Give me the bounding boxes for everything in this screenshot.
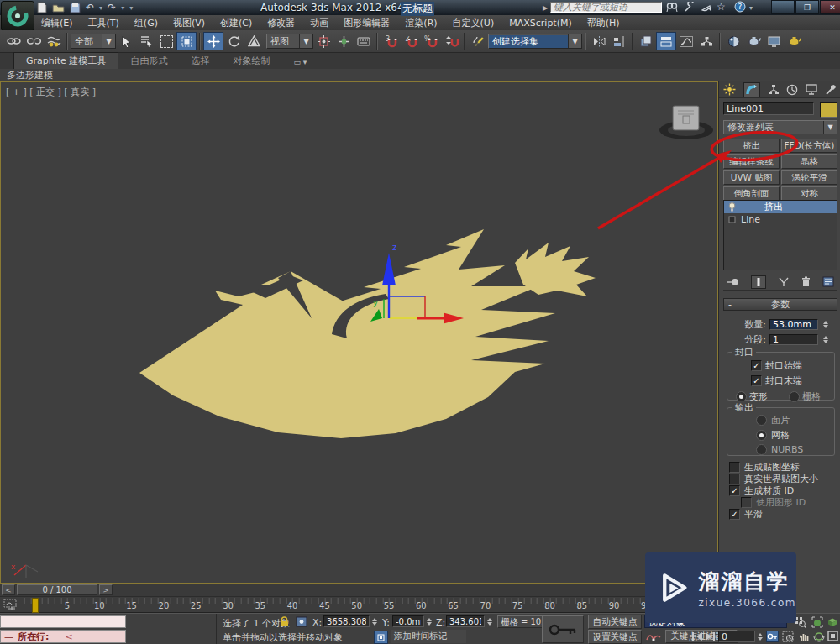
align-icon[interactable] <box>609 32 629 50</box>
reference-coordinate-dropdown[interactable]: 视图▼ <box>266 34 313 49</box>
nurbs-radio[interactable] <box>756 444 767 455</box>
material-editor-icon[interactable] <box>723 32 743 50</box>
select-and-rotate-icon[interactable] <box>223 32 244 50</box>
select-and-link-icon[interactable] <box>3 32 24 50</box>
help-icon[interactable]: ? <box>734 1 746 13</box>
search-input[interactable] <box>550 2 662 13</box>
undo-dropdown-icon[interactable]: ▾ <box>99 4 102 12</box>
menu-item[interactable]: 自定义(U) <box>445 15 502 31</box>
spinner-snap-toggle-icon[interactable] <box>441 32 461 50</box>
add-time-tag-button[interactable]: 添加时间标记 <box>391 630 466 643</box>
time-slider-track[interactable]: < 0 / 100 > <box>0 584 718 597</box>
select-and-move-icon[interactable] <box>203 32 223 50</box>
menu-item[interactable]: 图形编辑器 <box>336 15 397 31</box>
close-button[interactable]: ✕ <box>820 0 840 14</box>
rectangular-selection-region-icon[interactable] <box>156 32 176 50</box>
y-coord-spinner[interactable] <box>425 615 433 627</box>
maxscript-listener-input[interactable] <box>0 615 126 628</box>
modifier-button[interactable]: 对称 <box>781 186 837 201</box>
menu-item[interactable]: MAXScript(M) <box>501 16 580 30</box>
select-object-icon[interactable] <box>116 32 136 50</box>
stack-item-extrude[interactable]: 挤出 <box>724 201 837 213</box>
snaps-toggle-icon[interactable]: 3 <box>381 32 401 50</box>
mirror-icon[interactable] <box>589 32 609 50</box>
search-flyout-icon[interactable]: ▶ <box>543 4 548 12</box>
keyboard-shortcut-override-icon[interactable] <box>354 32 374 50</box>
amount-field[interactable] <box>769 319 818 330</box>
utilities-tab-icon[interactable] <box>825 84 837 96</box>
isolate-selection-icon[interactable] <box>374 631 388 644</box>
menu-item[interactable]: 视图(V) <box>165 15 213 31</box>
spline-object[interactable] <box>139 229 596 438</box>
time-slider-handle[interactable]: 0 / 100 <box>17 584 97 595</box>
modifier-button[interactable]: 编辑样条线 <box>723 154 780 169</box>
bind-to-space-warp-icon[interactable] <box>44 32 64 50</box>
menu-item[interactable]: 动画 <box>302 15 336 31</box>
z-coord-spinner[interactable] <box>486 615 494 627</box>
cap-end-checkbox[interactable]: ✓ <box>751 375 762 386</box>
save-icon[interactable] <box>70 3 81 13</box>
subscription-center-icon[interactable] <box>701 2 711 13</box>
show-end-result-icon[interactable] <box>751 275 766 289</box>
viewport[interactable]: [ + ] [ 正交 ] [ 真实 ] <box>0 81 718 584</box>
selection-lock-icon[interactable] <box>279 616 290 627</box>
modify-tab-icon[interactable] <box>743 82 760 97</box>
segments-spinner[interactable] <box>822 336 830 343</box>
track-bar[interactable]: 5101520253035404550556065707580859095 <box>0 597 718 613</box>
app-logo-button[interactable] <box>1 1 34 31</box>
modifier-button[interactable]: FFD(长方体) <box>781 139 837 153</box>
param-checkbox[interactable] <box>741 497 752 508</box>
go-to-end-icon[interactable] <box>704 632 716 641</box>
maximize-button[interactable]: ❐ <box>795 0 819 14</box>
graphite-ribbon-toggle-icon[interactable] <box>656 32 676 50</box>
param-checkbox[interactable]: ✓ <box>729 509 740 520</box>
menu-item[interactable]: 渲染(R) <box>397 15 444 31</box>
create-tab-icon[interactable] <box>723 83 736 96</box>
pan-hand-icon[interactable] <box>799 631 811 642</box>
x-coord-spinner[interactable] <box>370 615 379 627</box>
patch-radio[interactable] <box>756 415 767 426</box>
modifier-button[interactable]: 倒角剖面 <box>723 186 780 201</box>
select-and-scale-icon[interactable] <box>244 32 264 50</box>
help-dropdown-icon[interactable]: ▾ <box>749 4 753 12</box>
favorites-star-icon[interactable]: ☆ <box>717 1 726 13</box>
search-icon[interactable] <box>666 2 678 13</box>
ribbon-tab-freeform[interactable]: 自由形式 <box>118 53 179 69</box>
display-tab-icon[interactable] <box>806 84 817 95</box>
pin-stack-icon[interactable] <box>727 277 739 287</box>
ribbon-subtab-polymodeling[interactable]: 多边形建模 <box>7 69 53 81</box>
undo-icon[interactable]: ↶ <box>86 2 94 13</box>
modifier-button[interactable]: 晶格 <box>781 154 837 169</box>
render-production-icon[interactable] <box>784 32 804 50</box>
segments-field[interactable] <box>769 334 818 345</box>
open-file-icon[interactable] <box>52 3 65 13</box>
use-pivot-center-icon[interactable] <box>313 32 333 50</box>
object-color-swatch[interactable] <box>820 102 837 118</box>
unlink-selection-icon[interactable] <box>24 32 44 50</box>
next-frame-button[interactable]: > <box>99 584 113 595</box>
param-checkbox[interactable]: ✓ <box>729 485 740 496</box>
modifier-button[interactable]: 涡轮平滑 <box>781 170 837 185</box>
zoom-extents-all-icon[interactable] <box>827 616 838 628</box>
amount-spinner[interactable] <box>822 321 830 328</box>
new-key-curve-icon[interactable] <box>646 631 661 641</box>
menu-item[interactable]: 帮助(H) <box>580 15 627 31</box>
param-checkbox[interactable] <box>729 474 740 484</box>
make-unique-icon[interactable] <box>778 277 790 287</box>
key-mode-toggle-icon[interactable] <box>766 631 779 642</box>
set-key-button[interactable]: 设置关键点 <box>588 630 642 644</box>
percent-snap-toggle-icon[interactable]: % <box>421 32 441 50</box>
zoom-extents-icon[interactable] <box>811 616 823 628</box>
select-and-manipulate-icon[interactable] <box>333 32 354 50</box>
previous-frame-button[interactable]: < <box>2 584 15 595</box>
menu-item[interactable]: 组(G) <box>127 15 165 31</box>
menu-item[interactable]: 创建(C) <box>213 15 260 31</box>
ribbon-minimize-icon[interactable]: ▭ ▾ <box>293 58 307 69</box>
redo-icon[interactable]: ↷ <box>108 2 116 13</box>
auto-key-button[interactable]: 自动关键点 <box>588 615 642 629</box>
motion-tab-icon[interactable] <box>786 84 798 96</box>
layer-manager-icon[interactable] <box>636 32 656 50</box>
ribbon-tab-graphite[interactable]: Graphite 建模工具 <box>13 52 118 69</box>
modifier-button[interactable]: 挤出 <box>723 139 780 153</box>
time-slider-frame-marker[interactable] <box>32 598 39 613</box>
